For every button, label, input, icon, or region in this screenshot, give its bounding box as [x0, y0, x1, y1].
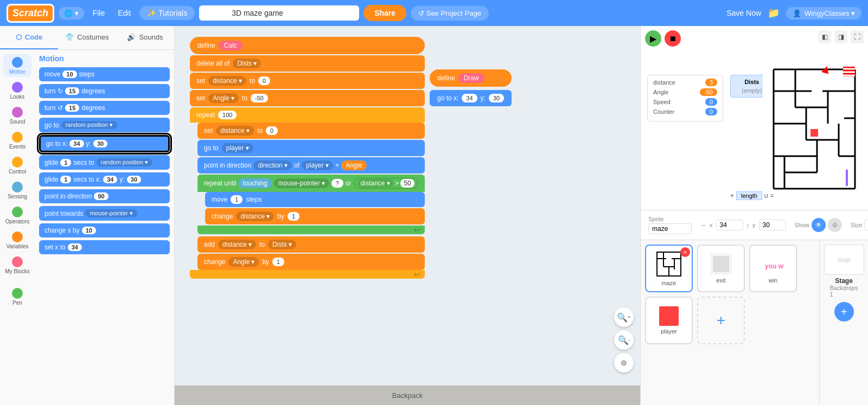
repeat-until-body: move 1 steps change distance ▾ by 1: [205, 192, 425, 224]
editor-tabs: ⬡ Code 👕 Costumes 🔊 Sounds: [0, 26, 174, 50]
sprite-thumb-win[interactable]: you win win: [749, 245, 797, 292]
block-glide-random[interactable]: glide 1 secs to random position ▾: [39, 155, 170, 170]
category-sound[interactable]: Sound: [3, 104, 31, 127]
block-goto-player[interactable]: go to player ▾: [197, 140, 425, 156]
block-move-1[interactable]: move 1 steps: [205, 192, 425, 207]
category-control[interactable]: Control: [3, 154, 31, 177]
sprite-x-input[interactable]: [716, 220, 743, 230]
block-set-distance[interactable]: set distance ▾ to 0: [190, 73, 425, 89]
backpack-bar[interactable]: Backpack: [175, 385, 640, 405]
sprites-grid: × maze: [641, 240, 819, 405]
block-set-x[interactable]: set x to 34: [39, 240, 170, 254]
sprite-thumb-exit-label: exit: [716, 277, 725, 284]
see-project-button[interactable]: ↺ See Project Page: [411, 6, 489, 21]
sprite-thumb-win-label: win: [769, 277, 778, 284]
tab-costumes[interactable]: 👕 Costumes: [58, 26, 116, 49]
script-draw: define Draw go to x: 34 y: 30: [430, 69, 512, 106]
var-counter-value: 0: [705, 108, 717, 115]
category-variables[interactable]: Variables: [3, 229, 31, 252]
exit-preview-icon: [710, 253, 732, 275]
sprite-thumb-player[interactable]: player: [645, 297, 693, 344]
sprite-thumb-maze[interactable]: × maze: [645, 245, 693, 292]
block-goto-xy[interactable]: go to x: 34 y: 30: [39, 135, 170, 152]
category-myblocks[interactable]: My Blocks: [3, 254, 31, 277]
sprite-size-input[interactable]: [864, 220, 868, 230]
add-backdrop-button[interactable]: +: [834, 302, 854, 322]
block-delete-all[interactable]: delete all of Dists ▾: [190, 55, 425, 72]
var-distance-label: distance: [653, 79, 702, 86]
green-flag-button[interactable]: ▶: [645, 30, 661, 47]
sprite-name-input[interactable]: [648, 223, 692, 234]
block-repeat-100-end: ↩: [190, 270, 425, 279]
zoom-controls: 🔍+ 🔍- ⊜: [614, 307, 634, 372]
sprite-info-bar: Sprite ↔ x ↕ y Show 👁 ⊘ Size Direct: [641, 210, 868, 240]
tab-sounds[interactable]: 🔊 Sounds: [116, 26, 174, 49]
normal-stage-button[interactable]: ◨: [834, 30, 847, 43]
stage-thumbnail-panel: Stage Stage Backdrops 1 +: [819, 240, 868, 405]
edit-menu[interactable]: Edit: [113, 7, 135, 20]
stop-button[interactable]: ⏹: [665, 30, 681, 47]
stage-area: ▶ ⏹ ◧ ◨ ⛶ distance 3 Angle -50 Speed: [641, 26, 868, 210]
narrow-stage-button[interactable]: ◧: [818, 30, 831, 43]
stage-backdrop-preview[interactable]: Stage: [824, 245, 864, 275]
block-goto-xy-draw[interactable]: go to x: 34 y: 30: [430, 90, 512, 106]
file-menu[interactable]: File: [88, 7, 110, 20]
block-turn-cw[interactable]: turn ↻ 15 degrees: [39, 84, 170, 98]
category-sensing[interactable]: Sensing: [3, 179, 31, 202]
sprite-y-input[interactable]: [759, 220, 786, 230]
save-now-button[interactable]: Save Now: [726, 9, 761, 17]
tutorials-button[interactable]: ✨ Tutorials: [139, 6, 195, 20]
variable-monitor: distance 3 Angle -50 Speed 0 Counter 0: [647, 75, 723, 121]
category-motion[interactable]: Motion: [3, 54, 31, 77]
costumes-icon: 👕: [65, 33, 74, 41]
expr-label: length: [736, 191, 762, 200]
fullscreen-button[interactable]: ⛶: [851, 30, 864, 43]
user-menu[interactable]: 👤 WingyClasses ▾: [786, 7, 861, 20]
dists-empty-label: (empty): [737, 87, 767, 94]
block-repeat-until[interactable]: repeat until touching mouse-pointer ▾ ? …: [197, 175, 425, 192]
category-pen[interactable]: Pen: [3, 285, 31, 308]
x-label: x: [710, 222, 713, 228]
block-point-towards[interactable]: point towards mouse-pointer ▾: [39, 206, 170, 221]
block-set-distance-2[interactable]: set distance ▾ to 0: [197, 123, 425, 139]
category-events[interactable]: Events: [3, 129, 31, 152]
block-repeat-100[interactable]: repeat 100: [190, 107, 425, 123]
project-name-input[interactable]: [199, 5, 359, 21]
folder-icon[interactable]: 📁: [768, 7, 780, 19]
var-speed-value: 0: [705, 98, 717, 106]
block-add-distance-dists[interactable]: add distance ▾ to Dists ▾: [197, 236, 425, 253]
block-define-calc[interactable]: define Calc: [190, 37, 425, 54]
size-label: Size: [851, 222, 862, 228]
section-title: Motion: [39, 54, 170, 63]
block-move-steps[interactable]: move 10 steps: [39, 67, 170, 81]
show-label: Show: [795, 222, 810, 228]
block-define-draw[interactable]: define Draw: [430, 69, 512, 87]
sprite-delete-maze[interactable]: ×: [680, 247, 690, 257]
scratch-logo[interactable]: Scratch: [7, 4, 54, 23]
category-looks[interactable]: Looks: [3, 79, 31, 102]
block-change-distance[interactable]: change distance ▾ by 1: [205, 208, 425, 224]
sounds-icon: 🔊: [127, 33, 136, 41]
backpack-label: Backpack: [392, 391, 423, 400]
share-button[interactable]: Share: [363, 5, 406, 21]
block-turn-ccw[interactable]: turn ↺ 15 degrees: [39, 101, 170, 115]
block-glide-xy[interactable]: glide 1 secs to x: 34 y: 30: [39, 172, 170, 187]
tab-code[interactable]: ⬡ Code: [0, 26, 58, 49]
block-point-direction[interactable]: point in direction 90: [39, 189, 170, 203]
block-set-angle[interactable]: set Angle ▾ to -50: [190, 90, 425, 106]
block-change-x[interactable]: change x by 10: [39, 223, 170, 237]
zoom-in-button[interactable]: 🔍+: [614, 307, 634, 327]
add-sprite-button[interactable]: +: [697, 297, 745, 344]
block-repeat-until-end: ↩: [197, 226, 425, 234]
block-change-angle[interactable]: change Angle ▾ by 1: [197, 254, 425, 270]
block-point-direction-calc[interactable]: point in direction direction ▾ of player…: [197, 157, 425, 173]
category-operators[interactable]: Operators: [3, 204, 31, 227]
zoom-reset-button[interactable]: ⊜: [614, 353, 634, 372]
show-visible-button[interactable]: 👁: [812, 218, 826, 232]
zoom-out-button[interactable]: 🔍-: [614, 330, 634, 350]
block-goto-random[interactable]: go to random position ▾: [39, 118, 170, 132]
sprite-thumb-exit[interactable]: exit: [697, 245, 745, 292]
svg-text:you win: you win: [765, 262, 784, 270]
language-selector[interactable]: 🌐 ▾: [59, 7, 84, 20]
show-hidden-button[interactable]: ⊘: [828, 218, 842, 232]
